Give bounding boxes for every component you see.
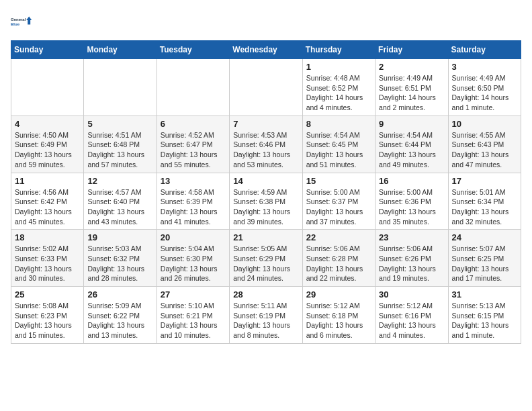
- day-info: Sunrise: 5:05 AM Sunset: 6:29 PM Dayligh…: [233, 244, 298, 283]
- calendar-cell: 15Sunrise: 5:00 AM Sunset: 6:37 PM Dayli…: [302, 173, 375, 230]
- day-number: 29: [306, 289, 371, 300]
- day-info: Sunrise: 4:54 AM Sunset: 6:44 PM Dayligh…: [379, 130, 444, 170]
- col-header-thursday: Thursday: [302, 41, 375, 59]
- calendar-cell: 19Sunrise: 5:03 AM Sunset: 6:32 PM Dayli…: [84, 230, 157, 287]
- calendar-cell: 28Sunrise: 5:11 AM Sunset: 6:19 PM Dayli…: [230, 287, 302, 344]
- day-number: 8: [306, 119, 371, 129]
- day-number: 19: [87, 232, 152, 242]
- logo-icon: General Blue: [11, 11, 32, 32]
- calendar-cell: 6Sunrise: 4:52 AM Sunset: 6:47 PM Daylig…: [157, 116, 229, 173]
- calendar-cell: 7Sunrise: 4:53 AM Sunset: 6:46 PM Daylig…: [230, 116, 302, 173]
- day-number: 23: [379, 232, 444, 242]
- calendar-cell: [157, 59, 229, 116]
- day-info: Sunrise: 4:48 AM Sunset: 6:52 PM Dayligh…: [306, 73, 371, 113]
- day-number: 27: [161, 289, 226, 300]
- day-number: 16: [379, 176, 444, 186]
- day-number: 24: [452, 232, 517, 242]
- day-number: 5: [87, 119, 152, 129]
- calendar-cell: 14Sunrise: 4:59 AM Sunset: 6:38 PM Dayli…: [230, 173, 302, 230]
- day-info: Sunrise: 5:02 AM Sunset: 6:33 PM Dayligh…: [15, 244, 80, 283]
- calendar-cell: 18Sunrise: 5:02 AM Sunset: 6:33 PM Dayli…: [11, 230, 84, 287]
- calendar-cell: [230, 59, 302, 116]
- day-info: Sunrise: 4:51 AM Sunset: 6:48 PM Dayligh…: [87, 130, 152, 170]
- calendar-cell: 13Sunrise: 4:58 AM Sunset: 6:39 PM Dayli…: [157, 173, 229, 230]
- calendar-week-3: 11Sunrise: 4:56 AM Sunset: 6:42 PM Dayli…: [11, 173, 521, 230]
- day-info: Sunrise: 4:54 AM Sunset: 6:45 PM Dayligh…: [306, 130, 371, 170]
- calendar-cell: 12Sunrise: 4:57 AM Sunset: 6:40 PM Dayli…: [84, 173, 157, 230]
- day-number: 22: [306, 232, 371, 242]
- day-number: 1: [306, 62, 371, 72]
- calendar-cell: 16Sunrise: 5:00 AM Sunset: 6:36 PM Dayli…: [375, 173, 448, 230]
- day-info: Sunrise: 5:10 AM Sunset: 6:21 PM Dayligh…: [161, 301, 226, 340]
- calendar-cell: 30Sunrise: 5:12 AM Sunset: 6:16 PM Dayli…: [375, 287, 448, 344]
- calendar-cell: 27Sunrise: 5:10 AM Sunset: 6:21 PM Dayli…: [157, 287, 229, 344]
- col-header-sunday: Sunday: [11, 41, 84, 59]
- calendar-header-row: SundayMondayTuesdayWednesdayThursdayFrid…: [11, 41, 521, 59]
- day-info: Sunrise: 5:13 AM Sunset: 6:15 PM Dayligh…: [452, 301, 517, 340]
- col-header-saturday: Saturday: [448, 41, 521, 59]
- day-info: Sunrise: 4:56 AM Sunset: 6:42 PM Dayligh…: [15, 187, 80, 227]
- calendar-cell: 3Sunrise: 4:49 AM Sunset: 6:50 PM Daylig…: [448, 59, 521, 116]
- page-header: General Blue: [11, 11, 521, 32]
- day-info: Sunrise: 5:03 AM Sunset: 6:32 PM Dayligh…: [87, 244, 152, 283]
- day-number: 31: [452, 289, 517, 300]
- day-number: 17: [452, 176, 517, 186]
- calendar-cell: 23Sunrise: 5:06 AM Sunset: 6:26 PM Dayli…: [375, 230, 448, 287]
- day-info: Sunrise: 5:07 AM Sunset: 6:25 PM Dayligh…: [452, 244, 517, 283]
- day-info: Sunrise: 4:50 AM Sunset: 6:49 PM Dayligh…: [15, 130, 80, 170]
- col-header-monday: Monday: [84, 41, 157, 59]
- day-number: 28: [233, 289, 298, 300]
- day-number: 18: [15, 232, 80, 242]
- calendar-cell: 2Sunrise: 4:49 AM Sunset: 6:51 PM Daylig…: [375, 59, 448, 116]
- day-info: Sunrise: 5:01 AM Sunset: 6:34 PM Dayligh…: [452, 187, 517, 227]
- day-number: 13: [161, 176, 226, 186]
- day-info: Sunrise: 4:57 AM Sunset: 6:40 PM Dayligh…: [87, 187, 152, 227]
- day-info: Sunrise: 5:06 AM Sunset: 6:28 PM Dayligh…: [306, 244, 371, 283]
- calendar-cell: 10Sunrise: 4:55 AM Sunset: 6:43 PM Dayli…: [448, 116, 521, 173]
- day-info: Sunrise: 4:58 AM Sunset: 6:39 PM Dayligh…: [161, 187, 226, 227]
- logo: General Blue: [11, 11, 32, 32]
- day-number: 14: [233, 176, 298, 186]
- calendar-week-2: 4Sunrise: 4:50 AM Sunset: 6:49 PM Daylig…: [11, 116, 521, 173]
- day-info: Sunrise: 4:53 AM Sunset: 6:46 PM Dayligh…: [233, 130, 298, 170]
- day-number: 15: [306, 176, 371, 186]
- calendar-week-4: 18Sunrise: 5:02 AM Sunset: 6:33 PM Dayli…: [11, 230, 521, 287]
- day-info: Sunrise: 5:06 AM Sunset: 6:26 PM Dayligh…: [379, 244, 444, 283]
- day-number: 4: [15, 119, 80, 129]
- day-info: Sunrise: 5:11 AM Sunset: 6:19 PM Dayligh…: [233, 301, 298, 340]
- day-number: 12: [87, 176, 152, 186]
- day-info: Sunrise: 5:00 AM Sunset: 6:37 PM Dayligh…: [306, 187, 371, 227]
- calendar-cell: 4Sunrise: 4:50 AM Sunset: 6:49 PM Daylig…: [11, 116, 84, 173]
- calendar-cell: [84, 59, 157, 116]
- calendar-cell: 21Sunrise: 5:05 AM Sunset: 6:29 PM Dayli…: [230, 230, 302, 287]
- day-info: Sunrise: 5:08 AM Sunset: 6:23 PM Dayligh…: [15, 301, 80, 340]
- day-info: Sunrise: 4:49 AM Sunset: 6:51 PM Dayligh…: [379, 73, 444, 113]
- calendar-cell: 9Sunrise: 4:54 AM Sunset: 6:44 PM Daylig…: [375, 116, 448, 173]
- calendar-cell: 11Sunrise: 4:56 AM Sunset: 6:42 PM Dayli…: [11, 173, 84, 230]
- calendar-cell: [11, 59, 84, 116]
- svg-text:General: General: [11, 17, 26, 21]
- day-number: 6: [161, 119, 226, 129]
- day-info: Sunrise: 5:12 AM Sunset: 6:18 PM Dayligh…: [306, 301, 371, 340]
- calendar-cell: 17Sunrise: 5:01 AM Sunset: 6:34 PM Dayli…: [448, 173, 521, 230]
- day-number: 26: [87, 289, 152, 300]
- day-info: Sunrise: 4:49 AM Sunset: 6:50 PM Dayligh…: [452, 73, 517, 113]
- calendar-cell: 20Sunrise: 5:04 AM Sunset: 6:30 PM Dayli…: [157, 230, 229, 287]
- calendar-cell: 31Sunrise: 5:13 AM Sunset: 6:15 PM Dayli…: [448, 287, 521, 344]
- col-header-wednesday: Wednesday: [230, 41, 302, 59]
- day-info: Sunrise: 5:12 AM Sunset: 6:16 PM Dayligh…: [379, 301, 444, 340]
- calendar-cell: 22Sunrise: 5:06 AM Sunset: 6:28 PM Dayli…: [302, 230, 375, 287]
- day-number: 11: [15, 176, 80, 186]
- day-info: Sunrise: 4:55 AM Sunset: 6:43 PM Dayligh…: [452, 130, 517, 170]
- day-info: Sunrise: 5:09 AM Sunset: 6:22 PM Dayligh…: [87, 301, 152, 340]
- calendar-week-1: 1Sunrise: 4:48 AM Sunset: 6:52 PM Daylig…: [11, 59, 521, 116]
- day-number: 2: [379, 62, 444, 72]
- calendar-cell: 29Sunrise: 5:12 AM Sunset: 6:18 PM Dayli…: [302, 287, 375, 344]
- day-number: 21: [233, 232, 298, 242]
- calendar-cell: 26Sunrise: 5:09 AM Sunset: 6:22 PM Dayli…: [84, 287, 157, 344]
- day-number: 3: [452, 62, 517, 72]
- day-number: 20: [161, 232, 226, 242]
- day-number: 25: [15, 289, 80, 300]
- calendar-cell: 8Sunrise: 4:54 AM Sunset: 6:45 PM Daylig…: [302, 116, 375, 173]
- svg-text:Blue: Blue: [11, 22, 20, 26]
